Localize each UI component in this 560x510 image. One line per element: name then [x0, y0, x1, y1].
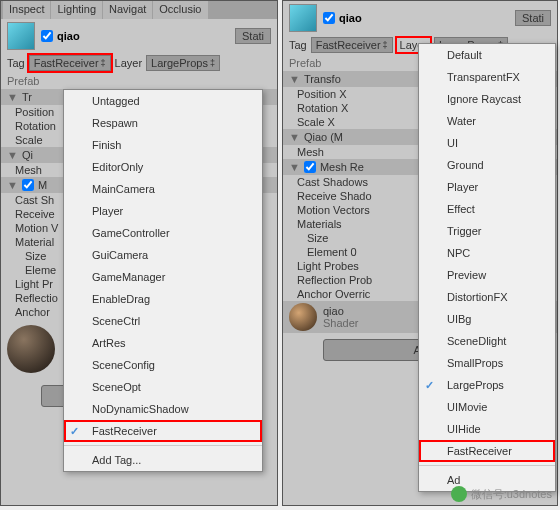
static-dropdown[interactable]: Stati	[515, 10, 551, 26]
inspector-panel-right: qiao Stati Tag FastReceiver‡ Layer Large…	[282, 0, 558, 506]
layer-option-smallprops[interactable]: SmallProps	[419, 352, 555, 374]
menu-separator	[64, 445, 262, 446]
gameobject-icon	[7, 22, 35, 50]
tag-option-sceneconfig[interactable]: SceneConfig	[64, 354, 262, 376]
layer-option-ignoreraycast[interactable]: Ignore Raycast	[419, 88, 555, 110]
tag-dropdown-menu: Untagged Respawn Finish EditorOnly MainC…	[63, 89, 263, 472]
tag-option-artres[interactable]: ArtRes	[64, 332, 262, 354]
layer-option-transparentfx[interactable]: TransparentFX	[419, 66, 555, 88]
layer-option-uimovie[interactable]: UIMovie	[419, 396, 555, 418]
material-sphere-icon	[289, 303, 317, 331]
tag-option-finish[interactable]: Finish	[64, 134, 262, 156]
check-icon: ✓	[425, 379, 434, 392]
tag-option-fastreceiver[interactable]: ✓FastReceiver	[64, 420, 262, 442]
inspector-panel-left: Inspect Lighting Navigat Occlusio qiao S…	[0, 0, 278, 506]
layer-option-fastreceiver[interactable]: FastReceiver	[419, 440, 555, 462]
tag-option-scenectrl[interactable]: SceneCtrl	[64, 310, 262, 332]
layer-label: Layer	[115, 57, 143, 69]
tag-option-guicamera[interactable]: GuiCamera	[64, 244, 262, 266]
wechat-icon	[451, 486, 467, 502]
layer-option-uibg[interactable]: UIBg	[419, 308, 555, 330]
layer-dropdown-menu: Default TransparentFX Ignore Raycast Wat…	[418, 43, 556, 492]
material-sphere-icon	[7, 325, 55, 373]
tag-option-respawn[interactable]: Respawn	[64, 112, 262, 134]
tag-label: Tag	[289, 39, 307, 51]
tag-option-editoronly[interactable]: EditorOnly	[64, 156, 262, 178]
tag-option-maincamera[interactable]: MainCamera	[64, 178, 262, 200]
meshrenderer-checkbox[interactable]	[22, 179, 34, 191]
active-checkbox[interactable]	[41, 30, 53, 42]
shader-label: Shader	[323, 317, 358, 329]
active-checkbox[interactable]	[323, 12, 335, 24]
object-name[interactable]: qiao	[57, 30, 235, 42]
layer-option-default[interactable]: Default	[419, 44, 555, 66]
tab-bar: Inspect Lighting Navigat Occlusio	[1, 1, 277, 19]
add-tag-option[interactable]: Add Tag...	[64, 449, 262, 471]
tag-dropdown[interactable]: FastReceiver‡	[29, 55, 111, 71]
layer-option-water[interactable]: Water	[419, 110, 555, 132]
object-header: qiao Stati	[283, 1, 557, 35]
layer-option-preview[interactable]: Preview	[419, 264, 555, 286]
check-icon: ✓	[70, 425, 79, 438]
tag-option-sceneopt[interactable]: SceneOpt	[64, 376, 262, 398]
watermark: 微信号:u3dnotes	[451, 486, 552, 502]
tab-lighting[interactable]: Lighting	[51, 1, 102, 19]
tag-option-player[interactable]: Player	[64, 200, 262, 222]
layer-option-trigger[interactable]: Trigger	[419, 220, 555, 242]
layer-option-largeprops[interactable]: ✓LargeProps	[419, 374, 555, 396]
layer-option-npc[interactable]: NPC	[419, 242, 555, 264]
layer-option-distortionfx[interactable]: DistortionFX	[419, 286, 555, 308]
material-name: qiao	[323, 305, 358, 317]
layer-option-effect[interactable]: Effect	[419, 198, 555, 220]
object-name[interactable]: qiao	[339, 12, 515, 24]
gameobject-icon	[289, 4, 317, 32]
object-header: qiao Stati	[1, 19, 277, 53]
meshrenderer-checkbox[interactable]	[304, 161, 316, 173]
tab-occlusion[interactable]: Occlusio	[153, 1, 207, 19]
layer-option-scenedlight[interactable]: SceneDlight	[419, 330, 555, 352]
layer-option-player[interactable]: Player	[419, 176, 555, 198]
prefab-row: Prefab	[1, 73, 277, 89]
menu-separator	[419, 465, 555, 466]
layer-option-ground[interactable]: Ground	[419, 154, 555, 176]
tag-option-enabledrag[interactable]: EnableDrag	[64, 288, 262, 310]
static-dropdown[interactable]: Stati	[235, 28, 271, 44]
layer-option-uihide[interactable]: UIHide	[419, 418, 555, 440]
tag-option-gamemanager[interactable]: GameManager	[64, 266, 262, 288]
layer-option-ui[interactable]: UI	[419, 132, 555, 154]
tag-dropdown[interactable]: FastReceiver‡	[311, 37, 393, 53]
tab-navigation[interactable]: Navigat	[103, 1, 152, 19]
tag-label: Tag	[7, 57, 25, 69]
tag-option-nodynamicshadow[interactable]: NoDynamicShadow	[64, 398, 262, 420]
tag-layer-row: Tag FastReceiver‡ Layer LargeProps‡	[1, 53, 277, 73]
tab-inspector[interactable]: Inspect	[3, 1, 50, 19]
tag-option-gamecontroller[interactable]: GameController	[64, 222, 262, 244]
layer-dropdown[interactable]: LargeProps‡	[146, 55, 220, 71]
tag-option-untagged[interactable]: Untagged	[64, 90, 262, 112]
